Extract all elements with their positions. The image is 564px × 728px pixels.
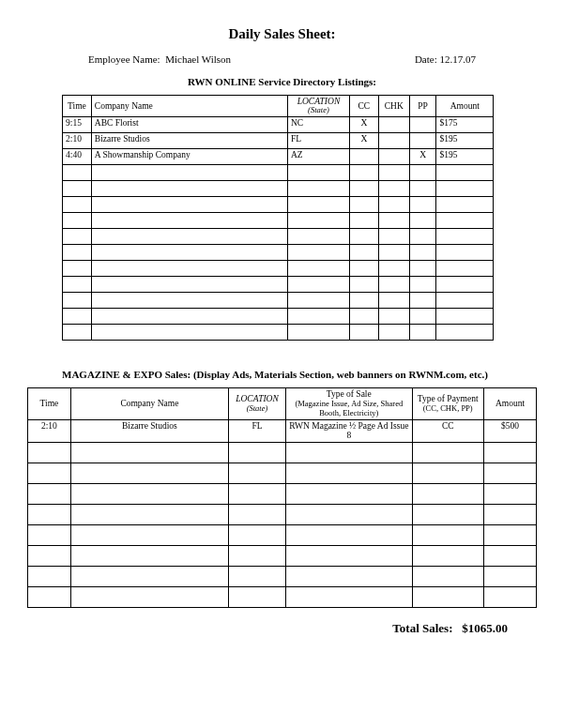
cell-loc: FL (228, 419, 285, 442)
cell-type (286, 586, 412, 607)
cell-cc (349, 324, 378, 340)
type-sub: (Magazine Issue, Ad Size, Shared Booth, … (289, 400, 408, 418)
cell-amount (483, 504, 536, 524)
cell-company (70, 442, 228, 463)
cell-time: 4:40 (63, 148, 92, 164)
cell-time (63, 180, 92, 196)
cell-pay: CC (412, 419, 483, 442)
cell-amount (436, 228, 494, 244)
cell-company (70, 524, 228, 545)
col-company: Company Name (70, 387, 228, 419)
table-header-row: Time Company Name LOCATION (State) CC CH… (63, 96, 494, 117)
col-location: LOCATION (State) (287, 96, 349, 117)
cell-loc (287, 324, 349, 340)
date: Date: 12.17.07 (415, 53, 476, 65)
cell-time (28, 463, 71, 483)
cell-pay (412, 504, 483, 524)
cell-company (70, 463, 228, 483)
cell-company (70, 586, 228, 607)
cell-pay (412, 566, 483, 586)
employee-label: Employee Name: (88, 53, 160, 65)
cell-company (91, 324, 287, 340)
cell-pp (409, 164, 436, 180)
cell-type (286, 483, 412, 504)
cell-amount: $500 (483, 419, 536, 442)
cell-amount (483, 463, 536, 483)
col-time: Time (28, 387, 71, 419)
col-type: Type of Sale (Magazine Issue, Ad Size, S… (286, 387, 412, 419)
cell-time (63, 292, 92, 308)
table-row (28, 524, 537, 545)
cell-pp (409, 292, 436, 308)
cell-chk (378, 132, 409, 148)
cell-cc (349, 148, 378, 164)
cell-chk (378, 260, 409, 276)
table-row (63, 292, 494, 308)
cell-amount (483, 586, 536, 607)
table-row (28, 545, 537, 566)
table-row (63, 228, 494, 244)
cell-loc (228, 504, 285, 524)
cell-time: 2:10 (63, 132, 92, 148)
cell-loc: FL (287, 132, 349, 148)
table-row: 2:10Bizarre StudiosFLX$195 (63, 132, 494, 148)
type-label: Type of Sale (327, 389, 372, 399)
cell-amount (436, 244, 494, 260)
cell-amount (436, 324, 494, 340)
cell-time (28, 524, 71, 545)
col-location: LOCATION (State) (228, 387, 285, 419)
cell-loc (287, 276, 349, 292)
cell-loc (287, 180, 349, 196)
cell-cc (349, 212, 378, 228)
cell-loc (228, 586, 285, 607)
table-header-row: Time Company Name LOCATION (State) Type … (28, 387, 537, 419)
cell-loc (287, 164, 349, 180)
cell-pp (409, 212, 436, 228)
cell-loc (228, 483, 285, 504)
cell-company (91, 308, 287, 324)
cell-pay (412, 524, 483, 545)
cell-amount (483, 524, 536, 545)
cell-pp (409, 276, 436, 292)
cell-pp (409, 116, 436, 132)
cell-pp (409, 196, 436, 212)
cell-time: 2:10 (28, 419, 71, 442)
table-row (28, 566, 537, 586)
cell-pp (409, 132, 436, 148)
cell-time (28, 442, 71, 463)
cell-chk (378, 244, 409, 260)
cell-company: ABC Florist (91, 116, 287, 132)
table-row (63, 324, 494, 340)
cell-amount (436, 164, 494, 180)
cell-time (63, 196, 92, 212)
table-row (28, 586, 537, 607)
cell-loc (287, 292, 349, 308)
cell-type (286, 566, 412, 586)
cell-company (91, 260, 287, 276)
cell-cc (349, 260, 378, 276)
total-value: $1065.00 (462, 621, 508, 635)
cell-type (286, 504, 412, 524)
table-row (28, 504, 537, 524)
cell-type (286, 463, 412, 483)
cell-amount (436, 308, 494, 324)
employee-name: Employee Name: Michael Wilson (88, 53, 231, 65)
loc-sub: (State) (291, 106, 346, 114)
cell-pp (409, 228, 436, 244)
loc-label: LOCATION (236, 394, 279, 403)
col-company: Company Name (91, 96, 287, 117)
cell-company (91, 196, 287, 212)
cell-time (63, 276, 92, 292)
cell-cc (349, 164, 378, 180)
table-row (28, 442, 537, 463)
total-label: Total Sales: (392, 621, 452, 635)
cell-pp (409, 260, 436, 276)
cell-loc (228, 463, 285, 483)
table-row (63, 260, 494, 276)
cell-cc (349, 244, 378, 260)
cell-cc: X (349, 116, 378, 132)
table-row: 4:40A Showmanship CompanyAZX$195 (63, 148, 494, 164)
col-payment: Type of Payment (CC, CHK, PP) (412, 387, 483, 419)
cell-company (70, 545, 228, 566)
cell-amount (436, 180, 494, 196)
